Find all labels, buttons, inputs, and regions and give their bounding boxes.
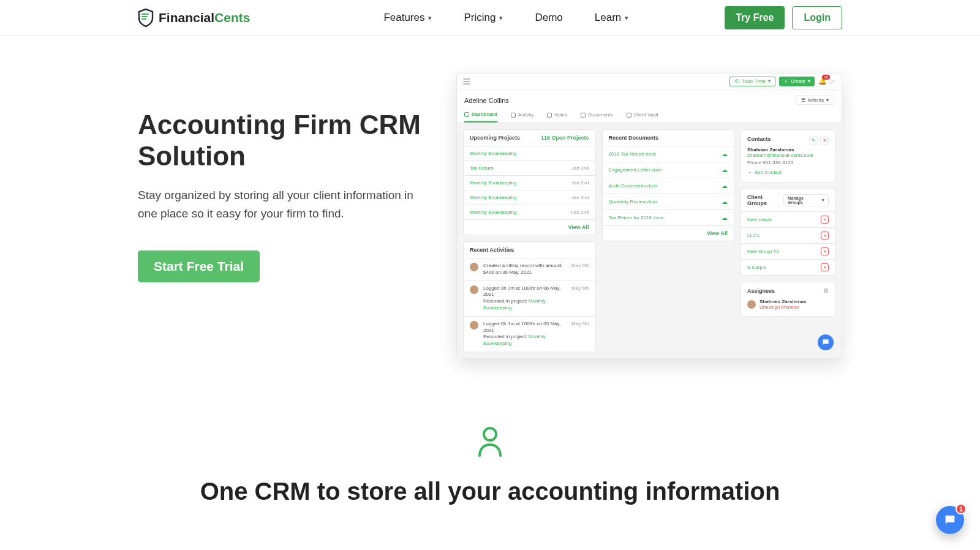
nav-demo[interactable]: Demo <box>535 12 562 24</box>
chevron-down-icon: ▾ <box>428 14 432 22</box>
chevron-down-icon: ▾ <box>625 14 628 22</box>
brand-text-1: Financial <box>159 10 214 24</box>
open-projects-link[interactable]: 116 Open Projects <box>541 135 589 141</box>
nav-features[interactable]: Features▾ <box>383 12 432 24</box>
play-icon[interactable]: ▷ <box>831 78 835 85</box>
activity-item: Logged 0h 1m at 100/hr on 06 May, 2021Re… <box>464 281 595 316</box>
upcoming-projects-card: Upcoming Projects116 Open Projects Month… <box>463 129 596 235</box>
edit-contact-button[interactable]: ✎ <box>809 136 818 145</box>
dashboard-icon <box>464 112 469 117</box>
contact-email[interactable]: shahram@financial-cents.com <box>747 153 829 159</box>
activity-item: Created a billing record with amount $40… <box>464 258 595 281</box>
brand-logo[interactable]: FinancialCents <box>138 9 250 27</box>
manage-groups-button[interactable]: Manage Groups▾ <box>783 194 829 206</box>
site-header: FinancialCents Features▾ Pricing▾ Demo L… <box>0 0 980 36</box>
cloud-icon[interactable]: ☁ <box>722 151 728 157</box>
assignees-card: Assignees⚙ Shahram Zarshenas Unassign Me… <box>741 282 835 317</box>
list-item[interactable]: Audit Documents.docx☁ <box>603 178 734 194</box>
app-tabs: Dashboard Activity Notes Documents Clien… <box>457 108 842 123</box>
assignee-name: Shahram Zarshenas <box>760 299 806 304</box>
cloud-icon[interactable]: ☁ <box>722 214 728 221</box>
brand-text-2: Cents <box>214 10 250 24</box>
avatar <box>470 263 478 271</box>
nav-learn[interactable]: Learn▾ <box>595 12 628 24</box>
shield-chat-icon <box>138 9 154 27</box>
recent-documents-card: Recent Documents 2018 Tax Return.docx☁ E… <box>602 129 735 241</box>
remove-group-button[interactable]: ✕ <box>821 232 829 239</box>
hamburger-icon[interactable] <box>463 78 470 85</box>
tab-notes[interactable]: Notes <box>547 108 567 122</box>
login-button[interactable]: Login <box>792 6 842 29</box>
remove-group-button[interactable]: ✕ <box>821 216 829 224</box>
activity-icon <box>511 113 516 118</box>
notes-icon <box>547 113 552 118</box>
intercom-chat-button[interactable]: 1 <box>936 506 964 534</box>
page-subtitle: Stay organized by storing all your clien… <box>138 186 432 222</box>
contacts-card: Contacts ✎ ✕ Shahram Zarshenas shahram@f… <box>741 129 835 183</box>
tab-client-vault[interactable]: Client Vault <box>627 108 658 122</box>
section-heading: One CRM to store all your accounting inf… <box>138 478 842 505</box>
group-item[interactable]: New Leads✕ <box>741 211 835 227</box>
tab-dashboard[interactable]: Dashboard <box>464 108 497 122</box>
cloud-icon[interactable]: ☁ <box>722 167 728 173</box>
app-screenshot: ⏱Track Time▾ ＋Create▾ 🔔19 ▷ Adeline Coll… <box>456 73 842 359</box>
list-item[interactable]: 2018 Tax Return.docx☁ <box>603 146 734 162</box>
remove-group-button[interactable]: ✕ <box>821 263 829 271</box>
create-button[interactable]: ＋Create▾ <box>779 77 815 86</box>
nav-pricing[interactable]: Pricing▾ <box>464 12 503 24</box>
add-contact-button[interactable]: ＋Add Contact <box>747 169 829 176</box>
list-item[interactable]: Monthly BookkeepingJan 2nd <box>464 190 595 205</box>
list-item[interactable]: Monthly BookkeepingJan 2nd <box>464 175 595 190</box>
group-item[interactable]: New Group #2✕ <box>741 243 835 259</box>
start-free-trial-button[interactable]: Start Free Trial <box>138 251 260 282</box>
avatar <box>470 321 478 330</box>
primary-nav: Features▾ Pricing▾ Demo Learn▾ <box>383 12 628 24</box>
hero-section: Accounting Firm CRM Solution Stay organi… <box>138 36 842 402</box>
actions-dropdown[interactable]: ☰Actions▾ <box>796 96 834 105</box>
avatar <box>747 300 756 309</box>
client-groups-card: Client GroupsManage Groups▾ New Leads✕ L… <box>741 189 835 276</box>
group-item[interactable]: LLC's✕ <box>741 227 835 243</box>
remove-group-button[interactable]: ✕ <box>821 247 829 255</box>
svg-point-0 <box>484 428 496 440</box>
list-item[interactable]: Monthly Bookkeeping <box>464 146 595 160</box>
group-item[interactable]: S Corp's✕ <box>741 259 835 275</box>
notification-badge: 19 <box>822 75 830 80</box>
lock-icon <box>627 113 631 118</box>
chat-bubble-icon[interactable] <box>818 334 834 350</box>
track-time-button[interactable]: ⏱Track Time▾ <box>729 77 775 86</box>
list-item[interactable]: Engagement Letter.docx☁ <box>603 162 734 178</box>
contact-phone: Phone 901-338-8123 <box>747 160 829 165</box>
try-free-button[interactable]: Try Free <box>725 6 785 29</box>
bell-icon[interactable]: 🔔19 <box>818 77 827 85</box>
list-item[interactable]: Quarterly Review.docx☁ <box>603 194 734 209</box>
activity-item: Logged 0h 1m at 100/hr on 05 May, 2021Re… <box>464 316 595 352</box>
avatar <box>470 285 478 294</box>
view-all-link[interactable]: View All <box>568 224 589 230</box>
gear-icon[interactable]: ⚙ <box>823 287 829 294</box>
list-item[interactable]: Tax Return for 2019.docx☁ <box>603 209 734 225</box>
chevron-down-icon: ▾ <box>499 14 503 22</box>
cloud-icon[interactable]: ☁ <box>722 183 728 189</box>
unassign-link[interactable]: Unassign Member <box>760 304 806 310</box>
section-one-crm: One CRM to store all your accounting inf… <box>138 402 842 536</box>
cloud-icon[interactable]: ☁ <box>722 198 728 205</box>
list-item[interactable]: Tax ReturnJan 2nd <box>464 160 595 175</box>
view-all-link[interactable]: View All <box>707 230 728 236</box>
tab-documents[interactable]: Documents <box>581 108 612 122</box>
documents-icon <box>581 113 586 118</box>
recent-activities-card: Recent Activities Created a billing reco… <box>463 241 596 352</box>
contact-name: Shahram Zarshenas <box>747 147 829 153</box>
delete-contact-button[interactable]: ✕ <box>820 136 829 145</box>
person-icon <box>138 426 842 459</box>
page-title: Accounting Firm CRM Solution <box>138 110 432 171</box>
list-item[interactable]: Monthly BookkeepingFeb 2nd <box>464 205 595 219</box>
app-topbar: ⏱Track Time▾ ＋Create▾ 🔔19 ▷ <box>457 73 842 89</box>
client-name: Adeline Collins <box>464 97 509 104</box>
chat-badge: 1 <box>956 503 967 514</box>
tab-activity[interactable]: Activity <box>511 108 533 122</box>
